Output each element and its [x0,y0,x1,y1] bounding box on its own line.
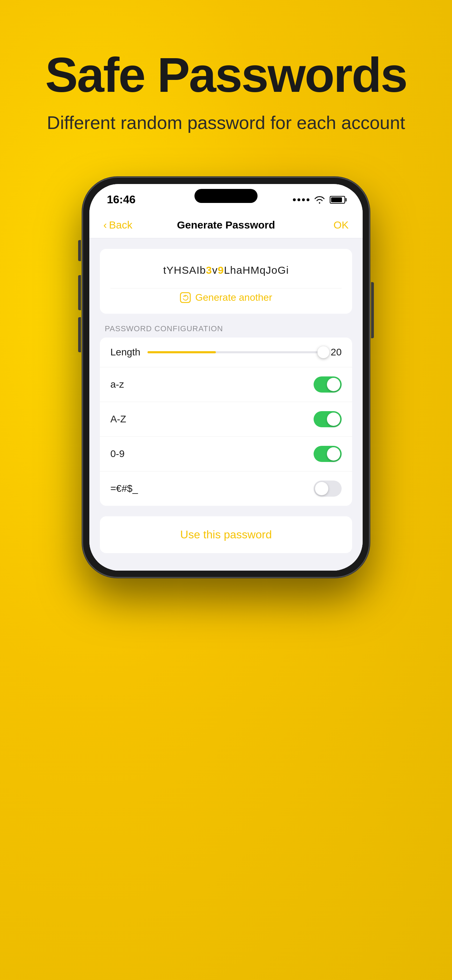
main-title: Safe Passwords [28,49,424,100]
subtitle: Different random password for each accou… [28,111,424,135]
config-section-label: PASSWORD CONFIGURATION [100,324,352,333]
slider-container [148,351,328,353]
pw-char-i: i [286,264,289,276]
pw-char-v: v [212,264,218,276]
phone-screen: 16:46 [89,184,363,571]
status-time: 16:46 [107,193,135,206]
phone-wrapper: 16:46 [0,177,452,578]
use-password-card: Use this password [100,516,352,553]
phone-side-button-power [371,282,374,338]
pw-char-L: L [224,264,230,276]
use-password-button[interactable]: Use this password [100,516,352,553]
pw-char-G: G [277,264,286,276]
pw-char-S: S [182,264,189,276]
symbols-toggle[interactable] [314,480,342,497]
signal-dot-2 [298,198,300,201]
generate-another-label: Generate another [195,292,272,303]
signal-dot-1 [293,198,296,201]
az-lowercase-label: a-z [110,379,124,390]
pw-char-A: A [189,264,197,276]
symbols-row: =€#$_ [100,471,352,506]
az-uppercase-toggle[interactable] [314,411,342,427]
toggle-thumb-az-lowercase [327,378,340,391]
pw-char-J: J [266,264,272,276]
az-uppercase-label: A-Z [110,414,126,425]
numbers-row: 0-9 [100,437,352,471]
refresh-icon [180,292,191,303]
pw-char-9: 9 [218,264,224,276]
phone-side-button-volume-down [78,317,81,352]
pw-char-3: 3 [206,264,212,276]
chevron-left-icon: ‹ [103,219,107,231]
battery-fill [331,197,342,202]
battery-icon [330,196,345,204]
slider-thumb[interactable] [317,346,329,358]
nav-bar: ‹ Back Generate Password OK [89,212,363,238]
symbols-label: =€#$_ [110,483,138,494]
config-card: Length 20 a-z [100,337,352,506]
phone-frame: 16:46 [82,177,370,578]
pw-char-a: a [237,264,243,276]
toggle-thumb-az-uppercase [327,412,340,426]
slider-fill [148,351,216,353]
password-card: tYHSAIb3v9LhaHMqJoGi Generate another [100,249,352,314]
length-label: Length [110,347,140,358]
toggle-thumb-symbols [315,482,328,495]
nav-title: Generate Password [177,219,275,231]
pw-char-h: h [230,264,237,276]
az-lowercase-toggle[interactable] [314,376,342,393]
length-slider-track [148,351,328,353]
phone-side-button-mute [78,240,81,261]
phone-side-button-volume-up [78,275,81,310]
password-display: tYHSAIb3v9LhaHMqJoGi [110,263,342,278]
pw-char-b: b [200,264,206,276]
numbers-label: 0-9 [110,448,124,460]
numbers-toggle[interactable] [314,446,342,462]
pw-char-H: H [174,264,182,276]
pw-char-Y: Y [166,264,174,276]
az-lowercase-row: a-z [100,368,352,402]
pw-char-I: I [197,264,200,276]
pw-char-H2: H [242,264,250,276]
pw-char-M: M [250,264,259,276]
signal-dot-4 [307,198,309,201]
content-area: tYHSAIb3v9LhaHMqJoGi Generate another PA… [89,238,363,571]
pw-char-o: o [272,264,278,276]
dynamic-island [194,189,258,203]
length-row: Length 20 [100,337,352,368]
signal-icon [293,198,309,201]
length-value: 20 [328,347,342,358]
pw-char-q: q [259,264,266,276]
nav-ok-button[interactable]: OK [334,219,349,231]
generate-another-button[interactable]: Generate another [110,288,342,303]
wifi-icon [314,196,325,204]
signal-dot-3 [302,198,305,201]
svg-rect-0 [180,293,190,302]
toggle-thumb-numbers [327,447,340,461]
az-uppercase-row: A-Z [100,402,352,437]
pw-char-t: t [163,264,166,276]
header-section: Safe Passwords Different random password… [0,0,452,156]
back-label: Back [109,219,132,231]
status-icons [293,196,345,204]
nav-back-button[interactable]: ‹ Back [103,219,132,231]
